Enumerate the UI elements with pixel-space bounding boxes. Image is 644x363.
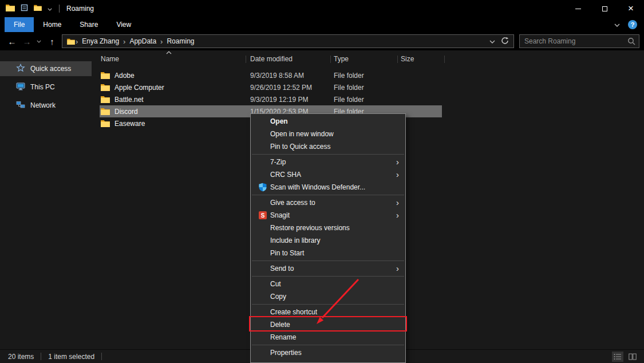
refresh-icon[interactable] (501, 37, 509, 46)
breadcrumb-enya-zhang[interactable]: Enya Zhang (78, 37, 123, 45)
help-icon[interactable]: ? (628, 20, 637, 29)
folder-icon (101, 108, 110, 115)
details-view-icon (614, 353, 622, 360)
recent-locations-button[interactable] (34, 34, 44, 48)
column-divider[interactable] (330, 56, 331, 63)
menu-item-send-to[interactable]: Send to› (251, 262, 405, 275)
qat-customize-chevron-icon[interactable] (48, 5, 52, 13)
tab-share[interactable]: Share (70, 17, 107, 32)
address-bar[interactable]: › Enya Zhang › AppData › Roaming (62, 34, 514, 48)
menu-item-label: Copy (270, 293, 286, 301)
column-header-name[interactable]: Name (101, 53, 119, 65)
back-button[interactable]: ← (6, 34, 18, 48)
menu-item-label: Give access to (270, 199, 315, 207)
file-row-battle-net[interactable]: Battle.net 9/3/2019 12:19 PM File folder (92, 93, 644, 105)
large-icons-view-button[interactable] (627, 352, 638, 362)
back-icon: ← (8, 37, 17, 46)
window-title: Roaming (66, 5, 94, 13)
search-input[interactable] (520, 37, 627, 45)
file-type: File folder (334, 72, 364, 80)
menu-item-label: CRC SHA (270, 171, 301, 179)
menu-item-label: Delete (270, 321, 290, 329)
column-header-date-modified[interactable]: Date modified (250, 53, 293, 65)
menu-item-open[interactable]: Open (251, 115, 405, 128)
sidebar-item-label: This PC (30, 83, 55, 91)
menu-item-label: Rename (270, 333, 296, 341)
breadcrumb-roaming[interactable]: Roaming (163, 37, 197, 45)
column-divider[interactable] (246, 56, 246, 63)
tab-label: Home (43, 21, 61, 29)
menu-item-label: Create shortcut (270, 308, 317, 316)
search-box (519, 34, 639, 48)
submenu-arrow-icon: › (396, 210, 399, 220)
menu-item-label: Open (270, 117, 288, 125)
folder-icon (101, 72, 110, 79)
menu-item-open-in-new-window[interactable]: Open in new window (251, 128, 405, 140)
up-button[interactable]: ↑ (46, 34, 58, 48)
status-divider (101, 353, 102, 360)
column-divider[interactable] (444, 56, 445, 63)
titlebar: Roaming × (0, 0, 644, 17)
column-label: Size (401, 55, 414, 63)
file-name: Easeware (114, 120, 145, 128)
menu-item-crc-sha[interactable]: CRC SHA› (251, 168, 405, 181)
menu-item-restore-previous-versions[interactable]: Restore previous versions (251, 222, 405, 234)
file-row-adobe[interactable]: Adobe 9/3/2019 8:58 AM File folder (92, 69, 644, 81)
menu-item-create-shortcut[interactable]: Create shortcut (251, 306, 405, 318)
column-header-size[interactable]: Size (401, 53, 414, 65)
minimize-button[interactable] (565, 0, 591, 17)
qat-properties-icon[interactable] (21, 4, 28, 13)
close-button[interactable]: × (618, 0, 644, 17)
sidebar-item-this-pc[interactable]: This PC (0, 80, 92, 94)
titlebar-divider (59, 5, 60, 13)
address-dropdown-chevron-icon[interactable] (489, 37, 495, 45)
ribbon-expand-chevron-icon[interactable] (614, 21, 620, 29)
menu-item-include-in-library[interactable]: Include in library (251, 234, 405, 247)
tab-view[interactable]: View (107, 17, 140, 32)
menu-separator (252, 154, 404, 155)
details-view-button[interactable] (612, 352, 623, 362)
menu-item-snagit[interactable]: S Snagit › (251, 209, 405, 222)
address-folder-icon (67, 38, 75, 45)
menu-item-pin-to-quick-access[interactable]: Pin to Quick access (251, 140, 405, 153)
breadcrumb-appdata[interactable]: AppData (126, 37, 160, 45)
menu-item-give-access-to[interactable]: Give access to› (251, 196, 405, 209)
ribbon-tabs: File Home Share View ? (0, 17, 644, 32)
menu-item-label: Properties (270, 349, 302, 357)
menu-item-properties[interactable]: Properties (251, 346, 405, 359)
menu-separator (252, 345, 404, 345)
submenu-arrow-icon: › (396, 157, 399, 167)
menu-separator (252, 276, 404, 277)
column-header-type[interactable]: Type (334, 53, 349, 65)
column-label: Name (101, 55, 119, 63)
forward-button[interactable]: → (21, 34, 33, 48)
menu-item-scan-with-windows-defender[interactable]: Scan with Windows Defender... (251, 181, 405, 194)
maximize-button[interactable] (591, 0, 618, 17)
items-count: 20 items (8, 353, 34, 361)
file-name: Apple Computer (114, 84, 164, 92)
file-date: 9/26/2019 12:52 PM (250, 84, 312, 92)
sidebar-item-network[interactable]: Network (0, 98, 92, 113)
sidebar-item-quick-access[interactable]: Quick access (0, 61, 92, 76)
file-type: File folder (334, 96, 364, 104)
menu-item-delete[interactable]: Delete (251, 318, 405, 331)
menu-item-cut[interactable]: Cut (251, 278, 405, 290)
snagit-icon: S (258, 211, 267, 220)
qat-new-folder-icon[interactable] (34, 5, 42, 13)
up-icon: ↑ (50, 37, 54, 46)
menu-item-label: Snagit (270, 211, 290, 219)
tab-home[interactable]: Home (34, 17, 70, 32)
selection-count: 1 item selected (48, 353, 94, 361)
menu-item-7zip[interactable]: 7-Zip› (251, 156, 405, 168)
column-divider[interactable] (397, 56, 398, 63)
file-row-apple-computer[interactable]: Apple Computer 9/26/2019 12:52 PM File f… (92, 81, 644, 93)
folder-icon (101, 84, 110, 91)
file-name: Battle.net (114, 96, 144, 104)
maximize-icon (602, 6, 607, 11)
menu-item-rename[interactable]: Rename (251, 331, 405, 344)
menu-item-pin-to-start[interactable]: Pin to Start (251, 247, 405, 259)
folder-icon (101, 120, 110, 127)
search-icon[interactable] (627, 37, 635, 45)
tab-file[interactable]: File (5, 17, 34, 32)
menu-item-copy[interactable]: Copy (251, 290, 405, 303)
